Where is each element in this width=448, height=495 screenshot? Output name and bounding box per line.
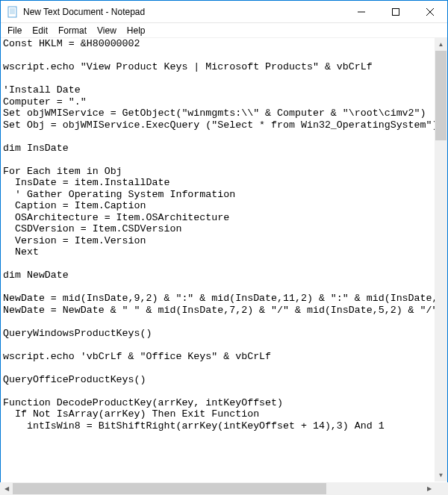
vertical-scrollbar[interactable]: ▲ ▼ bbox=[435, 38, 447, 482]
scroll-right-button[interactable]: ▶ bbox=[423, 482, 435, 495]
scroll-corner bbox=[435, 482, 448, 495]
close-button[interactable] bbox=[413, 1, 447, 23]
editor-container: Const HKLM = &H80000002 wscript.echo "Vi… bbox=[1, 38, 447, 482]
scroll-left-button[interactable]: ◀ bbox=[0, 482, 13, 495]
scroll-up-button[interactable]: ▲ bbox=[435, 38, 447, 51]
vertical-scroll-thumb[interactable] bbox=[435, 51, 447, 140]
menu-edit[interactable]: Edit bbox=[27, 24, 53, 37]
menu-help[interactable]: Help bbox=[122, 24, 151, 37]
horizontal-scroll-thumb[interactable] bbox=[13, 483, 326, 494]
menu-view[interactable]: View bbox=[92, 24, 122, 37]
text-editor[interactable]: Const HKLM = &H80000002 wscript.echo "Vi… bbox=[1, 38, 447, 432]
window-controls bbox=[344, 1, 447, 23]
menu-format[interactable]: Format bbox=[53, 24, 92, 37]
horizontal-scrollbar[interactable]: ◀ ▶ bbox=[0, 482, 448, 495]
titlebar[interactable]: New Text Document - Notepad bbox=[1, 1, 447, 23]
window-title: New Text Document - Notepad bbox=[23, 7, 344, 17]
maximize-button[interactable] bbox=[379, 1, 413, 23]
svg-rect-6 bbox=[393, 8, 399, 15]
minimize-button[interactable] bbox=[344, 1, 379, 23]
scroll-down-button[interactable]: ▼ bbox=[435, 469, 447, 482]
menubar: File Edit Format View Help bbox=[1, 23, 447, 38]
menu-file[interactable]: File bbox=[2, 24, 27, 37]
notepad-icon bbox=[7, 6, 19, 18]
